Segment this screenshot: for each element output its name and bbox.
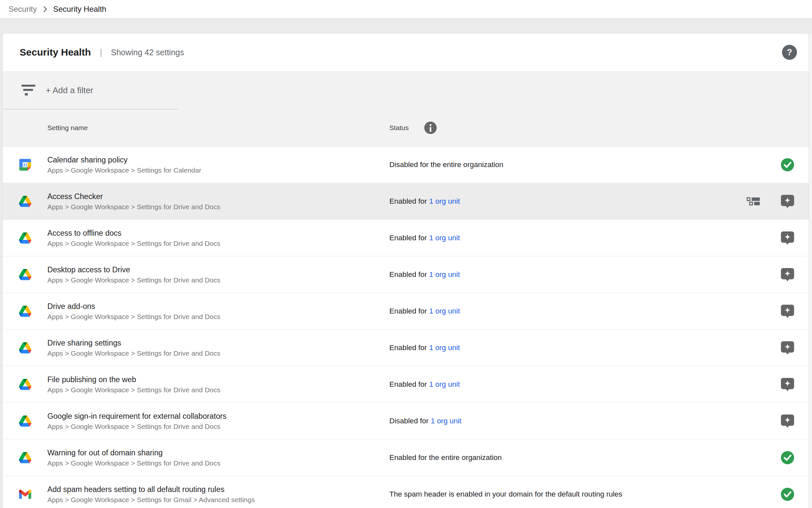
- table-row[interactable]: 31 Calendar sharing policy Apps > Google…: [3, 146, 809, 183]
- status-text: Enabled for: [389, 234, 427, 242]
- setting-name-cell: Add spam headers setting to all default …: [47, 484, 255, 504]
- status-cell: The spam header is enabled in your domai…: [389, 490, 622, 499]
- drive-icon: [18, 451, 32, 464]
- status-cell: Enabled for1 org unit: [389, 197, 460, 206]
- status-cell: Enabled for1 org unit: [389, 234, 460, 242]
- setting-name-cell: Calendar sharing policy Apps > Google Wo…: [47, 154, 201, 175]
- column-header-status: Status: [389, 124, 409, 132]
- org-unit-link[interactable]: 1 org unit: [429, 270, 460, 279]
- table-row[interactable]: File publishing on the web Apps > Google…: [3, 366, 809, 403]
- setting-name: Calendar sharing policy: [47, 154, 201, 165]
- status-ok-icon: [780, 487, 795, 502]
- drive-icon: [18, 415, 32, 428]
- setting-name: Google sign-in requirement for external …: [47, 411, 227, 421]
- status-info-icon[interactable]: [424, 121, 437, 134]
- org-unit-link[interactable]: 1 org unit: [429, 344, 460, 352]
- org-unit-icon[interactable]: [747, 197, 760, 206]
- table-row[interactable]: Add spam headers setting to all default …: [3, 476, 809, 508]
- recommendation-badge-icon[interactable]: [780, 304, 795, 319]
- table-row[interactable]: Access to offline docs Apps > Google Wor…: [3, 220, 809, 256]
- breadcrumb-current: Security Health: [53, 5, 106, 14]
- status-cell: Enabled for1 org unit: [389, 344, 460, 352]
- setting-path: Apps > Google Workspace > Settings for D…: [47, 421, 227, 431]
- setting-path: Apps > Google Workspace > Settings for D…: [47, 202, 221, 212]
- add-filter-label: + Add a filter: [46, 85, 93, 95]
- setting-path: Apps > Google Workspace > Settings for D…: [47, 275, 221, 285]
- org-unit-link[interactable]: 1 org unit: [429, 197, 460, 205]
- org-unit-link[interactable]: 1 org unit: [429, 234, 460, 242]
- setting-name-cell: Access to offline docs Apps > Google Wor…: [47, 227, 221, 248]
- table-header: Setting name Status: [3, 110, 809, 146]
- recommendation-badge-icon[interactable]: [780, 230, 795, 246]
- drive-icon: [18, 341, 32, 354]
- chevron-right-icon: [41, 5, 49, 13]
- status-cell: Enabled for1 org unit: [389, 307, 460, 315]
- org-unit-link[interactable]: 1 org unit: [429, 380, 460, 388]
- setting-name: Drive sharing settings: [47, 337, 221, 348]
- setting-name-cell: Drive add-ons Apps > Google Workspace > …: [47, 301, 221, 321]
- vertical-scrollbar[interactable]: [809, 34, 812, 508]
- status-text: Enabled for: [389, 380, 427, 388]
- org-unit-link[interactable]: 1 org unit: [429, 307, 460, 315]
- drive-icon: [18, 305, 32, 318]
- status-text: Enabled for: [389, 270, 427, 279]
- card-header: Security Health | Showing 42 settings ?: [3, 34, 809, 71]
- calendar-icon: 31: [18, 158, 32, 171]
- setting-name: Add spam headers setting to all default …: [47, 484, 255, 495]
- setting-name: Desktop access to Drive: [47, 264, 221, 275]
- status-text: Disabled for: [389, 417, 429, 425]
- table-row[interactable]: Google sign-in requirement for external …: [3, 403, 809, 439]
- page-title: Security Health: [19, 47, 91, 58]
- recommendation-badge-icon[interactable]: [780, 414, 795, 429]
- breadcrumb: Security Security Health: [0, 0, 812, 18]
- setting-name: Access Checker: [47, 191, 221, 202]
- status-ok-icon: [780, 450, 795, 465]
- status-cell: Enabled for the entire organization: [389, 454, 502, 462]
- setting-name-cell: File publishing on the web Apps > Google…: [47, 374, 221, 394]
- status-cell: Enabled for1 org unit: [389, 270, 460, 279]
- settings-table: 31 Calendar sharing policy Apps > Google…: [3, 146, 809, 508]
- recommendation-badge-icon[interactable]: [780, 340, 795, 355]
- add-filter-button[interactable]: + Add a filter: [3, 71, 809, 110]
- title-separator: |: [100, 47, 102, 57]
- setting-name-cell: Access Checker Apps > Google Workspace >…: [47, 191, 221, 212]
- table-row[interactable]: Drive sharing settings Apps > Google Wor…: [3, 330, 809, 366]
- setting-path: Apps > Google Workspace > Settings for D…: [47, 238, 221, 248]
- table-row[interactable]: Desktop access to Drive Apps > Google Wo…: [3, 256, 809, 293]
- status-text: Disabled for the entire organization: [389, 161, 503, 169]
- toolbar: + Add a filter Setting name Status: [3, 71, 809, 146]
- table-row[interactable]: Warning for out of domain sharing Apps >…: [3, 439, 809, 476]
- settings-count: Showing 42 settings: [111, 48, 184, 57]
- column-header-setting-name: Setting name: [47, 124, 88, 132]
- status-text: The spam header is enabled in your domai…: [389, 490, 622, 498]
- status-cell: Disabled for1 org unit: [389, 417, 462, 425]
- filter-list-icon: [21, 84, 36, 96]
- status-cell: Disabled for the entire organization: [389, 161, 503, 169]
- status-text: Enabled for: [389, 307, 427, 315]
- recommendation-badge-icon[interactable]: [780, 267, 795, 282]
- recommendation-badge-icon[interactable]: [780, 194, 795, 209]
- setting-path: Apps > Google Workspace > Settings for G…: [47, 495, 255, 504]
- status-cell: Enabled for1 org unit: [389, 380, 460, 389]
- table-row[interactable]: Access Checker Apps > Google Workspace >…: [3, 183, 809, 220]
- status-ok-icon: [780, 157, 795, 172]
- status-text: Enabled for: [389, 344, 427, 352]
- org-unit-link[interactable]: 1 org unit: [431, 417, 462, 425]
- status-text: Enabled for: [389, 197, 427, 205]
- setting-name-cell: Google sign-in requirement for external …: [47, 411, 227, 431]
- table-row[interactable]: Drive add-ons Apps > Google Workspace > …: [3, 293, 809, 330]
- recommendation-badge-icon[interactable]: [780, 377, 795, 392]
- setting-path: Apps > Google Workspace > Settings for D…: [47, 458, 221, 468]
- help-icon[interactable]: ?: [782, 45, 797, 60]
- setting-name-cell: Drive sharing settings Apps > Google Wor…: [47, 337, 221, 358]
- setting-path: Apps > Google Workspace > Settings for D…: [47, 348, 221, 358]
- setting-name: Warning for out of domain sharing: [47, 447, 221, 458]
- breadcrumb-parent-link[interactable]: Security: [8, 5, 37, 14]
- setting-path: Apps > Google Workspace > Settings for D…: [47, 385, 221, 394]
- setting-name: Access to offline docs: [47, 227, 221, 238]
- security-health-card: Security Health | Showing 42 settings ? …: [3, 34, 809, 508]
- drive-icon: [18, 268, 32, 281]
- setting-path: Apps > Google Workspace > Settings for D…: [47, 311, 221, 321]
- drive-icon: [18, 378, 32, 391]
- svg-text:31: 31: [23, 163, 28, 167]
